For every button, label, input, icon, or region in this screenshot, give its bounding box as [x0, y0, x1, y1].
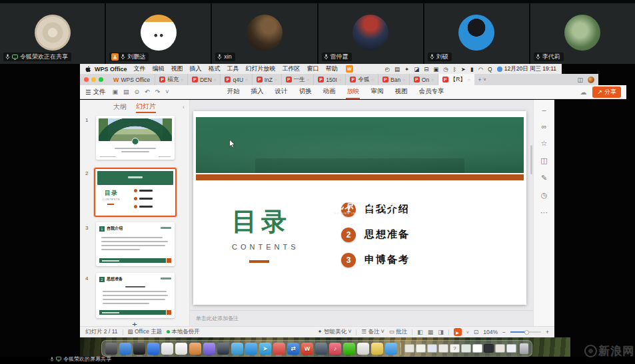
tab-close-icon[interactable]: ○ — [307, 78, 310, 82]
trash-icon[interactable] — [520, 343, 528, 354]
video-tile-participant-5[interactable]: 刘硕 — [424, 3, 529, 64]
evernote[interactable] — [357, 343, 369, 355]
favorites-star-icon[interactable]: ☆ — [541, 139, 548, 148]
menubar-menu-item[interactable]: 帮助 — [326, 65, 338, 73]
notes-splitter[interactable] — [190, 310, 533, 311]
wps-menubar-badge-icon[interactable]: W — [346, 65, 353, 73]
smart-beautify-button[interactable]: ✦ 智能美化 ˅ — [318, 328, 352, 336]
ribbon-tab[interactable]: 插入 — [250, 85, 264, 99]
reading-view-icon[interactable]: ◨ — [438, 329, 444, 335]
menubar-menu-item[interactable]: 插入 — [190, 65, 202, 73]
tab-close-icon[interactable]: ○ — [371, 78, 374, 82]
time-machine-icon[interactable]: ◷ — [443, 66, 448, 73]
print-icon[interactable]: ▤ — [123, 89, 129, 95]
local-backup-status[interactable]: 本地备份开 — [167, 328, 200, 336]
tab-list-caret-icon[interactable]: ˅ — [483, 77, 486, 82]
document-tab[interactable]: P 【R】 ○ — [438, 74, 474, 85]
wps-home-tab[interactable]: W WPS Office — [109, 74, 155, 85]
battery-icon[interactable]: ▮ — [470, 66, 474, 73]
display-icon[interactable]: ▣ — [433, 66, 438, 73]
minimized-window-thumbnail[interactable] — [484, 344, 494, 353]
preview-icon[interactable]: ⊙ — [135, 89, 140, 95]
toc-title[interactable]: 目录 — [232, 208, 291, 235]
system-preferences[interactable] — [105, 343, 117, 355]
location-icon[interactable]: ➤ — [461, 66, 466, 73]
slide-thumbnail-3[interactable]: 1 自我介绍 — [96, 222, 175, 266]
minimized-window-thumbnail[interactable] — [495, 344, 505, 353]
tab-close-icon[interactable]: ○ — [275, 78, 277, 82]
more-icon[interactable]: ˅ — [165, 89, 169, 95]
ribbon-tab[interactable]: 开始 — [226, 85, 240, 99]
spotlight-icon[interactable]: Q — [488, 66, 492, 73]
slide-header-band[interactable] — [196, 117, 524, 173]
split-view-icon[interactable]: ◫ — [577, 77, 583, 83]
docker[interactable] — [245, 343, 257, 355]
ribbon-tab[interactable]: 切换 — [298, 85, 312, 99]
play-options-caret-icon[interactable]: ˅ — [466, 330, 469, 335]
toc-item[interactable]: 3 申博备考 — [341, 252, 410, 268]
menubar-menu-item[interactable]: 视图 — [171, 65, 183, 73]
ribbon-tab[interactable]: 设计 — [274, 85, 288, 99]
bluetooth-icon[interactable]: ᛒ — [453, 66, 456, 73]
slideshow-play-button[interactable]: ▶ — [454, 328, 462, 336]
share-links-icon[interactable]: ∞ — [542, 122, 547, 130]
menubar-clock[interactable]: 12月20日 周三 19:11 — [504, 65, 556, 73]
document-tab[interactable]: P 令狐 ○ — [345, 74, 378, 85]
zoom-app[interactable] — [189, 343, 201, 355]
do-not-disturb-icon[interactable]: ⊟ — [424, 66, 428, 73]
sketch[interactable] — [273, 343, 285, 355]
slide-accent-bar[interactable] — [196, 174, 524, 180]
toc-subtitle[interactable]: CONTENTS — [232, 243, 299, 251]
stocks[interactable] — [175, 343, 187, 355]
minimize-window-icon[interactable] — [91, 77, 96, 82]
zoom-level[interactable]: 104% — [483, 329, 498, 335]
more-tools-icon[interactable]: ⋯ — [540, 208, 548, 217]
wifi-icon[interactable]: ◠ — [478, 66, 483, 73]
zoom-slider-knob[interactable] — [524, 330, 529, 335]
menubar-menu-item[interactable]: 编辑 — [153, 65, 165, 73]
shapes-icon[interactable]: ◫ — [540, 156, 547, 165]
appstore[interactable] — [203, 343, 215, 355]
collapse-panel-icon[interactable]: ‹ — [183, 104, 185, 110]
wechat-icon[interactable]: ✦ — [404, 66, 409, 73]
video-tile-participant-6[interactable]: 李代莉 — [530, 3, 635, 64]
menubar-menu-item[interactable]: 工作区 — [283, 65, 301, 73]
wechat[interactable] — [343, 343, 355, 355]
comments-button[interactable]: ▭ 批注 — [389, 328, 407, 336]
zoom-slider[interactable] — [510, 331, 541, 333]
minimized-window-thumbnail[interactable] — [472, 344, 482, 353]
tm-icon[interactable]: ▤ — [394, 66, 400, 73]
save-icon[interactable]: ▣ — [113, 89, 119, 95]
ribbon-tab[interactable]: 动画 — [322, 85, 336, 99]
redo-icon[interactable]: ↷ — [155, 89, 161, 95]
new-document-tab-button[interactable]: + — [478, 77, 482, 83]
document-tab[interactable]: P 福充 ○ — [155, 74, 187, 85]
tab-close-icon[interactable]: ○ — [431, 78, 434, 82]
tab-close-icon[interactable]: ○ — [339, 78, 342, 82]
slide-editing-canvas[interactable]: 北京理工大学 BEIJING INSTITUTE OF TECHNOLOGY 目… — [190, 100, 533, 326]
video-tile-participant-4[interactable]: 雷仲霆 — [318, 3, 423, 64]
document-tab[interactable]: P q4U ○ — [220, 74, 251, 85]
messages[interactable] — [231, 343, 243, 355]
slide-2-toc[interactable]: 北京理工大学 BEIJING INSTITUTE OF TECHNOLOGY 目… — [193, 111, 526, 305]
minimized-window-thumbnail[interactable] — [427, 344, 437, 353]
apple-menu-icon[interactable] — [85, 66, 91, 73]
document-tab[interactable]: P DEN ○ — [187, 74, 221, 85]
document-tab[interactable]: P Ban ○ — [378, 74, 409, 85]
document-tab[interactable]: P 150I ○ — [313, 74, 345, 85]
maps[interactable] — [217, 343, 229, 355]
slide-thumbnail-4[interactable]: 2 思想准备 — [96, 273, 175, 318]
minimized-window-thumbnail[interactable] — [461, 344, 471, 353]
minimized-window-thumbnail[interactable] — [506, 344, 516, 353]
ribbon-tab[interactable]: 审阅 — [370, 85, 384, 99]
tab-close-icon[interactable]: ○ — [214, 78, 217, 82]
meeting-icon[interactable]: ◴ — [385, 66, 390, 73]
video-tile-participant-2[interactable]: 刘鹏达 — [106, 3, 211, 64]
notes-toggle-button[interactable]: ☰ 备注 ˅ — [361, 328, 384, 336]
telegram[interactable]: ➤ — [259, 343, 271, 355]
menubar-menu-item[interactable]: 窗口 — [307, 65, 319, 73]
tab-close-icon[interactable]: ○ — [181, 78, 183, 82]
toc-item[interactable]: 2 思想准备 — [341, 227, 410, 242]
teamviewer[interactable]: ⇄ — [287, 343, 299, 355]
parallels[interactable] — [315, 343, 327, 355]
